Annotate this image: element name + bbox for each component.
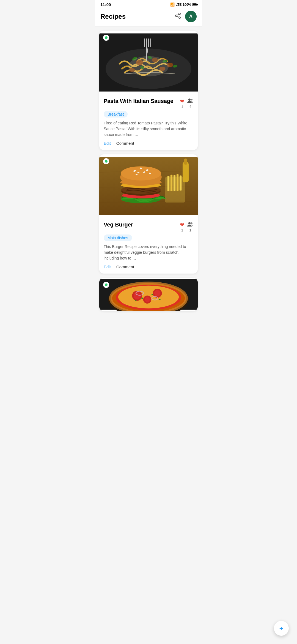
pasta-image xyxy=(99,31,198,94)
svg-rect-22 xyxy=(150,39,151,47)
svg-rect-32 xyxy=(170,175,172,191)
online-indicator xyxy=(103,35,109,41)
category-badge: Main dishes xyxy=(104,234,132,241)
recipe-card: Veg Burger ❤ 1 xyxy=(99,154,198,274)
online-indicator xyxy=(103,158,109,164)
recipe-title-row: Veg Burger ❤ 1 xyxy=(104,222,193,232)
battery-text: 100% xyxy=(183,3,191,7)
recipe-stats: ❤ 1 1 xyxy=(180,222,193,232)
recipe-actions: Edit Comment xyxy=(104,264,193,269)
recipe-image-container xyxy=(99,278,198,311)
recipe-actions: Edit Comment xyxy=(104,141,193,146)
likes-stat: ❤ 1 xyxy=(180,222,185,232)
share-button[interactable] xyxy=(175,12,181,21)
likes-count: 1 xyxy=(181,105,183,109)
svg-rect-33 xyxy=(174,175,175,191)
svg-rect-34 xyxy=(177,174,178,191)
people-icon xyxy=(187,98,193,105)
svg-rect-20 xyxy=(146,39,147,47)
svg-line-4 xyxy=(177,14,179,15)
svg-point-62 xyxy=(134,292,141,299)
pizza-image xyxy=(99,278,198,311)
svg-rect-21 xyxy=(148,39,149,47)
svg-rect-31 xyxy=(167,176,169,191)
recipe-image-container xyxy=(99,31,198,94)
svg-point-71 xyxy=(159,299,161,300)
recipe-title: Pasta With Italian Sausage xyxy=(104,98,177,104)
edit-button[interactable]: Edit xyxy=(104,264,111,269)
recipes-list: Pasta With Italian Sausage ❤ 1 xyxy=(95,26,202,316)
recipe-info: Veg Burger ❤ 1 xyxy=(99,218,198,274)
header-actions: A xyxy=(175,11,197,22)
likes-count: 1 xyxy=(181,228,183,232)
people-stat: 1 xyxy=(187,222,193,232)
svg-point-64 xyxy=(154,290,160,296)
svg-point-38 xyxy=(184,159,187,160)
online-indicator xyxy=(103,282,109,288)
status-time: 11:00 xyxy=(100,2,111,7)
burger-image xyxy=(99,154,198,218)
recipe-description: This Burger Recipe covers everything nee… xyxy=(104,244,193,261)
recipe-card: Pasta With Italian Sausage ❤ 1 xyxy=(99,31,198,150)
svg-point-54 xyxy=(188,222,191,224)
recipe-info: Pasta With Italian Sausage ❤ 1 xyxy=(99,94,198,150)
edit-button[interactable]: Edit xyxy=(104,141,111,146)
svg-rect-36 xyxy=(183,162,189,182)
heart-icon: ❤ xyxy=(180,98,185,105)
svg-line-3 xyxy=(177,16,179,17)
user-avatar[interactable]: A xyxy=(185,11,197,22)
online-dot xyxy=(104,159,108,163)
comment-button[interactable]: Comment xyxy=(116,141,134,146)
svg-point-23 xyxy=(188,99,191,101)
signal-text: LTE xyxy=(176,3,182,7)
recipe-title-row: Pasta With Italian Sausage ❤ 1 xyxy=(104,98,193,109)
svg-rect-19 xyxy=(144,39,145,47)
svg-point-66 xyxy=(145,297,150,302)
category-badge: Breakfast xyxy=(104,111,128,118)
recipe-title: Veg Burger xyxy=(104,222,177,228)
svg-point-24 xyxy=(191,99,193,100)
app-header: Recipes A xyxy=(95,8,202,26)
recipe-card xyxy=(99,278,198,311)
svg-point-69 xyxy=(141,298,143,299)
svg-rect-35 xyxy=(180,175,182,190)
people-count: 1 xyxy=(189,228,191,232)
people-count: 4 xyxy=(189,105,191,109)
recipe-image-container xyxy=(99,154,198,218)
likes-stat: ❤ 1 xyxy=(180,98,185,109)
svg-point-55 xyxy=(191,222,193,224)
comment-button[interactable]: Comment xyxy=(116,264,134,269)
heart-icon: ❤ xyxy=(180,222,185,228)
battery-icon xyxy=(192,3,197,6)
recipe-description: Tired of eating Red Tomato Pasta? Try th… xyxy=(104,120,193,138)
wifi-icon: 📶 xyxy=(170,2,175,7)
recipe-stats: ❤ 1 4 xyxy=(180,98,193,109)
status-bar: 11:00 📶 LTE 100% xyxy=(95,0,202,8)
page-title: Recipes xyxy=(100,13,126,20)
people-icon xyxy=(187,222,193,228)
people-stat: 4 xyxy=(187,98,193,109)
online-dot xyxy=(104,283,108,287)
status-icons: 📶 LTE 100% xyxy=(170,2,197,7)
share-icon xyxy=(175,12,181,19)
svg-point-70 xyxy=(152,294,153,295)
online-dot xyxy=(104,36,108,40)
svg-point-72 xyxy=(135,300,137,302)
